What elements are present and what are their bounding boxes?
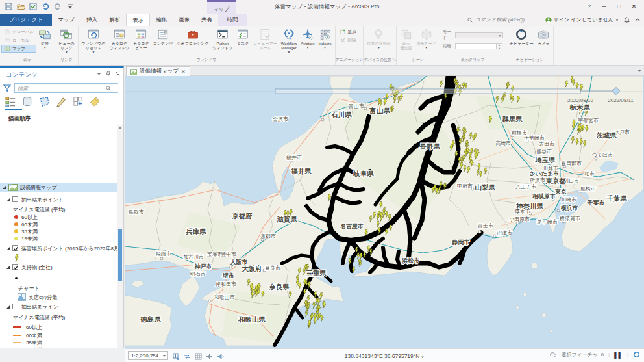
- save-icon[interactable]: [4, 2, 12, 10]
- drawing-order-icon[interactable]: [5, 96, 16, 107]
- layer-checkbox[interactable]: [12, 264, 18, 270]
- svg-text:千葉市: 千葉市: [587, 200, 605, 206]
- tree-layer-item[interactable]: 支持物 (全社): [0, 263, 117, 272]
- ribbon-small-button[interactable]: 追加: [337, 28, 359, 36]
- ribbon-button[interactable]: Aviation▼: [299, 27, 316, 49]
- notifications-icon[interactable]: [624, 17, 630, 23]
- open-folder-icon[interactable]: [16, 2, 25, 10]
- maximize-button[interactable]: □: [612, 0, 626, 13]
- ribbon-group-label: 表示: [0, 57, 55, 65]
- svg-text:鳥取市: 鳥取市: [128, 209, 144, 215]
- user-icon: [545, 17, 552, 23]
- redo-icon[interactable]: [53, 2, 62, 10]
- layer-checkbox[interactable]: [12, 304, 18, 309]
- status-right: 選択フィーチャ: 0 | ▌▌ |: [549, 351, 640, 358]
- ribbon-button[interactable]: ナビゲーター: [508, 27, 536, 47]
- editing-icon[interactable]: [56, 96, 67, 107]
- ribbon-button[interactable]: コンテンツ: [151, 27, 175, 47]
- tree-legend-item: 15未満: [0, 235, 117, 243]
- close-button[interactable]: ✕: [626, 0, 641, 13]
- drawmode-icon: [420, 28, 433, 41]
- tab-4[interactable]: 表示: [126, 14, 150, 26]
- ribbon-button: 位置の有効化▼: [365, 27, 392, 49]
- tab-2[interactable]: 挿入: [80, 14, 103, 26]
- tree-layer-item[interactable]: 抽出結果ライン: [0, 303, 117, 311]
- minimize-button[interactable]: ─: [597, 0, 612, 13]
- ribbon-group: 表示 優先度 描画モード▼シーン: [397, 26, 440, 65]
- rules-icon: [258, 28, 271, 41]
- save-project-icon[interactable]: [29, 2, 37, 10]
- ribbon-group-label: シーン: [397, 57, 440, 65]
- layer-checkbox[interactable]: [12, 196, 18, 202]
- data-source-icon[interactable]: [22, 96, 33, 107]
- pane-menu-icon[interactable]: [97, 71, 101, 76]
- undo-icon[interactable]: [41, 2, 49, 10]
- collapse-ribbon-icon[interactable]: [635, 18, 640, 23]
- map-canvas[interactable]: 石川県富山県富山市金沢市福井市福井県鳥取市京都府滋賀県京都市兵庫県姫路市加古川市…: [125, 76, 644, 348]
- ribbon-button[interactable]: カメラ: [535, 27, 552, 47]
- svg-text:福井市: 福井市: [286, 155, 302, 161]
- tree-layer-item[interactable]: 落雷場所ポイント (2015年から2022年8月): [0, 244, 117, 253]
- svg-text:金沢市: 金沢市: [272, 116, 288, 122]
- view-tab-bar: 設備情報マップ ✕: [125, 66, 644, 76]
- ribbon-group-label: デバイスの位置 ⤡: [364, 57, 395, 65]
- ribbon-button[interactable]: Workflow Manager▼: [279, 27, 299, 54]
- tab-5[interactable]: 編集: [150, 14, 173, 26]
- tab-6[interactable]: 画像: [173, 14, 195, 26]
- ribbon-button[interactable]: ビューの リンク▼: [56, 27, 76, 54]
- close-pane-icon[interactable]: [116, 71, 120, 76]
- refresh-icon[interactable]: [633, 351, 640, 358]
- ribbon-button[interactable]: タスク: [234, 27, 251, 47]
- svg-text:茨城県: 茨城県: [596, 131, 617, 139]
- tab-project[interactable]: プロジェクト: [0, 14, 52, 26]
- tab-overflow-icon[interactable]: [638, 70, 641, 72]
- tree-root-item[interactable]: 設備情報マップ: [0, 183, 117, 192]
- ribbon-button[interactable]: 変換▼: [36, 27, 53, 49]
- tree-legend-item: [0, 274, 117, 283]
- arcgis-pro-window: マップ 落雷マップ - 設備情報マップ - ArcGIS Pro ? ─ □ ✕…: [0, 0, 644, 362]
- svg-text:山梨県: 山梨県: [475, 183, 495, 191]
- help-button[interactable]: ?: [582, 0, 597, 13]
- tree-layer-item[interactable]: 抽出結果ポイント: [0, 196, 117, 204]
- ribbon-button[interactable]: カタログ ウィンドウ: [107, 27, 131, 51]
- ribbon-button[interactable]: Indoors▼: [317, 27, 334, 49]
- qat-customize-icon[interactable]: [66, 2, 74, 10]
- ribbon-group-label: ウィンドウ: [79, 57, 335, 65]
- contents-toolbar: [5, 96, 101, 107]
- command-search[interactable]: コマンド検索 (Alt+Q): [467, 16, 540, 23]
- layer-checkbox[interactable]: [12, 245, 18, 251]
- tree-scrollbar[interactable]: [117, 125, 123, 357]
- signin-status[interactable]: サイン インしていません ▼: [545, 16, 619, 23]
- tab-1[interactable]: マップ: [52, 14, 80, 26]
- labeling-icon[interactable]: [90, 96, 101, 107]
- svg-text:所沢市: 所沢市: [530, 177, 545, 183]
- pause-drawing-icon[interactable]: ▌▌: [614, 352, 623, 358]
- svg-text:厚木市: 厚木市: [515, 209, 530, 214]
- tab-3[interactable]: 解析: [103, 14, 126, 26]
- snapping-icon[interactable]: [73, 96, 84, 107]
- selection-icon[interactable]: [39, 96, 50, 107]
- view-tab-close-icon[interactable]: ✕: [181, 69, 186, 75]
- ribbon-group: 追加削除アニメーション: [336, 26, 364, 65]
- ribbon-button[interactable]: Python ウィンドウ: [210, 27, 234, 51]
- ribbon-button[interactable]: カタログ ビュー: [131, 27, 151, 51]
- ribbon-group: 位置の有効化▼デバイスの位置 ⤡: [364, 26, 396, 65]
- ribbon-button: 表示 優先度: [398, 27, 415, 51]
- ribbon-small-button[interactable]: マップ: [1, 45, 36, 53]
- contents-search-box[interactable]: 検索: [14, 83, 118, 93]
- contents-pane-header: コンテンツ: [0, 68, 123, 82]
- view-tab-active[interactable]: 設備情報マップ ✕: [126, 66, 190, 76]
- time-slider-end-date: 2022/08/11: [608, 97, 634, 103]
- svg-text:奈良市: 奈良市: [265, 265, 280, 271]
- tab-time-contextual[interactable]: 時間: [218, 14, 247, 26]
- filter-icon[interactable]: [3, 84, 11, 92]
- svg-text:千葉県: 千葉県: [606, 194, 627, 202]
- ribbon-button[interactable]: ウィンドウの リセット▼: [80, 27, 108, 54]
- pin-icon[interactable]: [106, 71, 111, 76]
- ribbon-button[interactable]: ジオプロセシング: [175, 27, 210, 47]
- svg-text:大阪府: 大阪府: [242, 265, 262, 272]
- tree-legend-item: チャート: [0, 284, 117, 292]
- catalogwin-icon: [113, 28, 126, 41]
- tree-scrollbar-thumb[interactable]: [118, 229, 122, 281]
- tab-7[interactable]: 共有: [195, 14, 218, 26]
